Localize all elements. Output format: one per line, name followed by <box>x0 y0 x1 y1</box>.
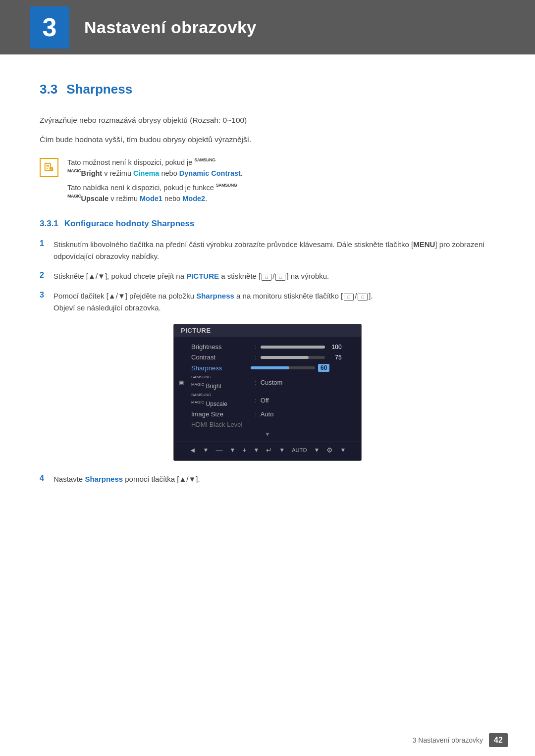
magic-upscale-value: Off <box>261 397 269 404</box>
footer-chapter-text: 3 Nastavení obrazovky <box>413 736 483 744</box>
step-number-3: 3 <box>40 290 54 300</box>
footer-page-number: 42 <box>489 733 508 747</box>
contrast-value: 75 <box>328 354 342 361</box>
contrast-label: Contrast <box>191 353 251 361</box>
sharpness-bar-fill <box>251 366 289 369</box>
chapter-number: 3 <box>43 12 57 42</box>
chapter-title: Nastavení obrazovky <box>84 18 257 37</box>
step-number-4: 4 <box>40 473 54 483</box>
menu-item-magic-upscale: SAMSUNGMAGIC Upscale : Off <box>174 391 361 409</box>
btn-auto: AUTO <box>292 447 307 453</box>
sharpness-bar-container: 60 <box>251 364 329 372</box>
btn-left: ◄ <box>189 446 196 454</box>
chapter-number-box: 3 <box>30 6 69 49</box>
step-1: 1 Stisknutím libovolného tlačítka na pře… <box>40 239 495 262</box>
menu-item-brightness: Brightness : 100 <box>174 342 361 352</box>
contrast-bar-fill <box>261 356 309 359</box>
section-title: Sharpness <box>66 82 132 97</box>
sharpness-value: 60 <box>318 364 329 372</box>
menu-item-image-size: Image Size : Auto <box>174 409 361 419</box>
section-heading: 3.3 Sharpness <box>40 82 495 97</box>
section-description-2: Čím bude hodnota vyšší, tím budou obrysy… <box>40 134 495 146</box>
btn-plus: + <box>242 446 246 454</box>
monitor-title-bar: PICTURE <box>174 324 361 337</box>
section-description-1: Zvýrazňuje nebo rozmazává obrysy objektů… <box>40 114 495 127</box>
menu-item-hdmi-black: HDMI Black Level <box>174 419 361 430</box>
magic-bright-value: Custom <box>261 379 283 386</box>
menu-button-row: ◄ ▼ — ▼ + ▼ ↵ ▼ AUTO ▼ ⚙ ▼ <box>174 442 361 458</box>
brightness-label: Brightness <box>191 343 251 351</box>
brightness-bar-track <box>261 346 325 349</box>
scroll-indicator: ▼ <box>174 430 361 439</box>
contrast-bar-track <box>261 356 325 359</box>
note-icon: ✓ <box>40 158 58 177</box>
monitor-container: PICTURE Brightness : 100 Contrast <box>40 324 495 461</box>
main-content: 3.3 Sharpness Zvýrazňuje nebo rozmazává … <box>0 54 535 533</box>
subsection-heading: 3.3.1 Konfigurace hodnoty Sharpness <box>40 219 495 229</box>
menu-item-contrast: Contrast : 75 <box>174 352 361 362</box>
btn-settings: ⚙ <box>326 446 333 454</box>
step-3: 3 Pomocí tlačítek [▲/▼] přejděte na polo… <box>40 290 495 314</box>
step-number-2: 2 <box>40 270 54 280</box>
contrast-bar-container: 75 <box>261 354 342 361</box>
magic-bright-label: SAMSUNGMAGIC Bright <box>191 375 251 390</box>
note-line-1: Tato možnost není k dispozici, pokud je … <box>67 157 243 179</box>
hdmi-black-label: HDMI Black Level <box>191 421 251 428</box>
menu-item-magic-bright: ▣ SAMSUNGMAGIC Bright : Custom <box>174 373 361 391</box>
monitor-menu: Brightness : 100 Contrast : <box>174 337 361 460</box>
brightness-bar-container: 100 <box>261 344 342 351</box>
sharpness-label: Sharpness <box>191 364 251 372</box>
section-number: 3.3 <box>40 82 57 97</box>
note-line-2: Tato nabídka není k dispozici, pokud je … <box>67 182 243 204</box>
note-box: ✓ Tato možnost není k dispozici, pokud j… <box>40 157 495 204</box>
btn-enter: ↵ <box>266 446 272 454</box>
svg-text:✓: ✓ <box>50 167 53 171</box>
menu-item-sharpness: Sharpness 60 <box>174 362 361 373</box>
step-2: 2 Stiskněte [▲/▼], pokud chcete přejít n… <box>40 270 495 282</box>
monitor-screen: PICTURE Brightness : 100 Contrast <box>173 324 362 461</box>
subsection-title: Konfigurace hodnoty Sharpness <box>64 219 195 229</box>
note-content: Tato možnost není k dispozici, pokud je … <box>67 157 243 204</box>
step-text-3-sub: Objeví se následující obrazovka. <box>54 303 161 312</box>
brightness-value: 100 <box>328 344 342 351</box>
page-footer: 3 Nastavení obrazovky 42 <box>413 733 508 747</box>
step-text-1: Stisknutím libovolného tlačítka na předn… <box>54 239 495 262</box>
step-text-4: Nastavte Sharpness pomocí tlačítka [▲/▼]… <box>54 473 495 485</box>
image-size-label: Image Size <box>191 410 251 418</box>
image-size-value: Auto <box>261 410 274 418</box>
sharpness-bar-track <box>251 366 315 369</box>
step-text-3: Pomocí tlačítek [▲/▼] přejděte na položk… <box>54 292 373 300</box>
btn-minus: — <box>215 446 222 454</box>
brightness-bar-fill <box>261 346 325 349</box>
steps-list: 1 Stisknutím libovolného tlačítka na pře… <box>40 239 495 314</box>
step-text-2: Stiskněte [▲/▼], pokud chcete přejít na … <box>54 270 495 282</box>
subsection-number: 3.3.1 <box>40 219 58 229</box>
step-4: 4 Nastavte Sharpness pomocí tlačítka [▲/… <box>40 473 495 485</box>
chapter-header: 3 Nastavení obrazovky <box>0 0 535 54</box>
magic-upscale-label: SAMSUNGMAGIC Upscale <box>191 393 251 407</box>
step-number-1: 1 <box>40 239 54 248</box>
